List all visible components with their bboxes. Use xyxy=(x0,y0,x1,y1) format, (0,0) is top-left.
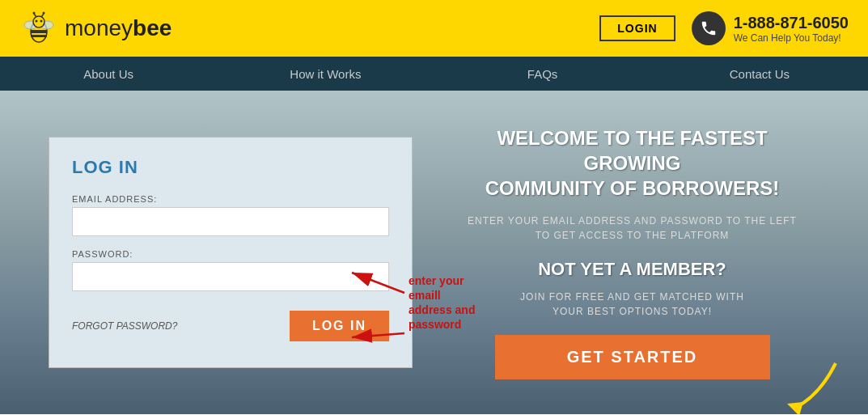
logo-area: moneybee xyxy=(19,9,171,48)
main-nav: About Us How it Works FAQs Contact Us xyxy=(0,57,868,91)
join-text-span: JOIN FOR FREE AND GET MATCHED WITH YOUR … xyxy=(520,291,744,317)
svg-line-10 xyxy=(41,14,44,17)
svg-text:password: password xyxy=(409,318,461,331)
logo-bee: bee xyxy=(133,15,171,40)
phone-sub-text: We Can Help You Today! xyxy=(734,32,849,44)
login-title: LOG IN xyxy=(72,157,389,178)
svg-rect-1 xyxy=(31,30,47,33)
svg-line-13 xyxy=(352,273,404,293)
svg-text:enter your: enter your xyxy=(409,274,464,287)
svg-line-14 xyxy=(352,333,404,337)
logo-money: money xyxy=(65,15,133,40)
svg-marker-19 xyxy=(787,402,803,414)
svg-point-9 xyxy=(33,12,36,15)
right-panel: WELCOME TO THE FASTEST GROWING COMMUNITY… xyxy=(445,125,819,380)
phone-area: 1-888-871-6050 We Can Help You Today! xyxy=(692,11,849,45)
forgot-password-link[interactable]: FORGOT PASSWORD? xyxy=(72,320,177,332)
nav-item-about-us[interactable]: About Us xyxy=(0,59,217,89)
welcome-title: WELCOME TO THE FASTEST GROWING COMMUNITY… xyxy=(461,125,803,201)
get-started-button[interactable]: GET STARTED xyxy=(495,335,770,379)
main-content: LOG IN EMAIL ADDRESS: PASSWORD: FORGOT P… xyxy=(0,91,868,414)
yellow-arrow-icon xyxy=(771,355,852,414)
svg-point-11 xyxy=(43,12,45,15)
welcome-sub-text: ENTER YOUR EMAIL ADDRESS AND PASSWORD TO… xyxy=(461,214,803,243)
not-member-text: NOT YET A MEMBER? xyxy=(461,259,803,280)
svg-text:emaill: emaill xyxy=(409,289,441,302)
svg-text:address and: address and xyxy=(409,303,475,316)
header: moneybee LOGIN 1-888-871-6050 We Can Hel… xyxy=(0,0,868,57)
email-input[interactable] xyxy=(72,207,389,236)
svg-point-7 xyxy=(40,20,43,23)
svg-rect-2 xyxy=(31,35,47,37)
phone-number: 1-888-871-6050 xyxy=(734,14,849,32)
phone-icon xyxy=(692,11,726,45)
annotation-arrows: enter your emaill address and password xyxy=(336,248,498,410)
svg-point-6 xyxy=(36,20,38,23)
svg-point-5 xyxy=(33,16,44,28)
header-right: LOGIN 1-888-871-6050 We Can Help You Tod… xyxy=(599,11,849,45)
nav-item-how-it-works[interactable]: How it Works xyxy=(217,59,434,89)
svg-line-8 xyxy=(34,14,36,17)
logo-text: moneybee xyxy=(65,15,171,41)
welcome-sub-span: ENTER YOUR EMAIL ADDRESS AND PASSWORD TO… xyxy=(468,215,797,241)
bee-logo-icon xyxy=(19,9,58,48)
nav-item-contact-us[interactable]: Contact Us xyxy=(651,59,868,89)
email-label: EMAIL ADDRESS: xyxy=(72,194,389,204)
join-text: JOIN FOR FREE AND GET MATCHED WITH YOUR … xyxy=(461,290,803,319)
login-button[interactable]: LOGIN xyxy=(599,15,675,41)
phone-info: 1-888-871-6050 We Can Help You Today! xyxy=(734,14,849,44)
nav-item-faqs[interactable]: FAQs xyxy=(434,59,651,89)
welcome-title-text: WELCOME TO THE FASTEST GROWING COMMUNITY… xyxy=(485,127,780,199)
